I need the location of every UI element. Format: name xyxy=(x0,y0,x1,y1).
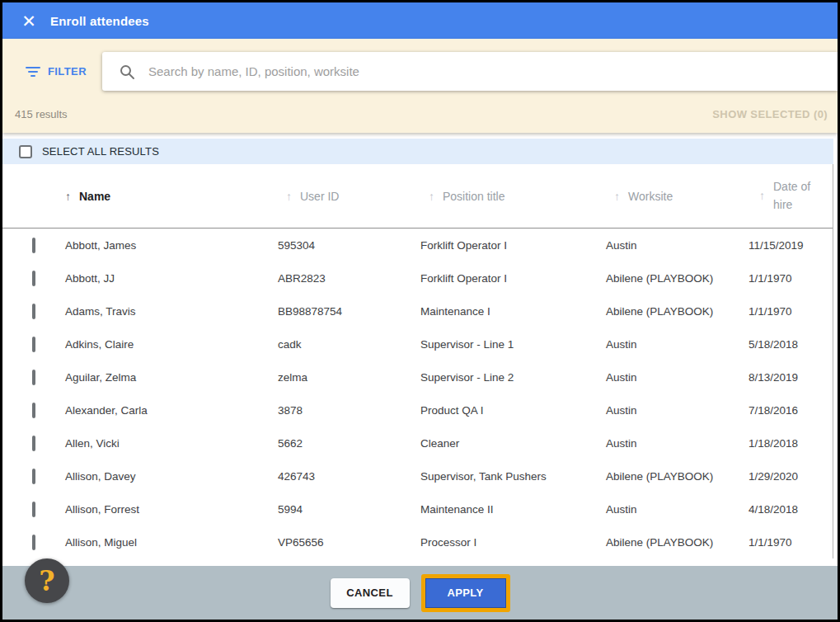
table-row[interactable]: Aguilar, Zelma zelma Supervisor - Line 2… xyxy=(2,360,833,393)
select-all-checkbox[interactable] xyxy=(19,145,32,158)
cell-name: Alexander, Carla xyxy=(65,404,278,417)
cell-user-id: VP65656 xyxy=(278,536,420,549)
cancel-button[interactable]: CANCEL xyxy=(331,578,410,608)
table-body: Abbott, James 595304 Forklift Operator I… xyxy=(2,229,833,558)
row-checkbox[interactable] xyxy=(32,469,35,484)
attendees-table: ↑ Name ↑ User ID ↑ Position title ↑ Work… xyxy=(2,164,833,558)
cell-user-id: BB98878754 xyxy=(278,305,420,318)
cell-position-title: Processor I xyxy=(420,536,606,549)
select-all-bar: SELECT ALL RESULTS xyxy=(2,139,833,164)
sort-arrow-icon: ↑ xyxy=(286,190,292,203)
cell-position-title: Maintenance I xyxy=(420,305,606,318)
cell-worksite: Abilene (PLAYBOOK) xyxy=(606,470,748,483)
close-icon[interactable]: ✕ xyxy=(20,12,38,30)
column-header-worksite[interactable]: ↑ Worksite xyxy=(606,190,748,203)
row-checkbox[interactable] xyxy=(32,271,35,286)
table-row[interactable]: Adkins, Claire cadk Supervisor - Line 1 … xyxy=(2,327,833,360)
search-input[interactable] xyxy=(148,64,838,78)
table-row[interactable]: Abbott, James 595304 Forklift Operator I… xyxy=(2,229,833,262)
cell-worksite: Austin xyxy=(606,503,748,516)
row-checkbox[interactable] xyxy=(32,337,35,352)
cell-name: Abbott, James xyxy=(65,239,278,252)
cell-user-id: ABR2823 xyxy=(278,272,420,285)
row-checkbox[interactable] xyxy=(32,436,35,451)
cell-user-id: 426743 xyxy=(278,470,420,483)
sort-arrow-icon: ↑ xyxy=(614,190,620,203)
cell-date-of-hire: 1/1/1970 xyxy=(748,305,833,318)
table-row[interactable]: Alexander, Carla 3878 Product QA I Austi… xyxy=(2,393,833,426)
filter-button[interactable]: FILTER xyxy=(26,65,102,78)
cell-name: Allen, Vicki xyxy=(65,437,278,450)
cell-date-of-hire: 11/15/2019 xyxy=(748,239,833,252)
cell-date-of-hire: 5/18/2018 xyxy=(748,338,833,351)
table-row[interactable]: Adams, Travis BB98878754 Maintenance I A… xyxy=(2,295,833,327)
cell-worksite: Austin xyxy=(606,338,748,351)
cell-worksite: Abilene (PLAYBOOK) xyxy=(606,536,748,549)
table-row[interactable]: Allen, Vicki 5662 Cleaner Austin 1/18/20… xyxy=(2,426,833,459)
cell-name: Adkins, Claire xyxy=(65,338,278,351)
cell-date-of-hire: 1/18/2018 xyxy=(748,437,833,450)
cell-worksite: Austin xyxy=(606,404,748,417)
row-checkbox[interactable] xyxy=(32,403,35,418)
cell-worksite: Austin xyxy=(606,371,748,384)
row-checkbox[interactable] xyxy=(32,502,35,517)
apply-button-highlight: APPLY xyxy=(421,574,510,612)
cell-user-id: cadk xyxy=(278,338,420,351)
row-checkbox[interactable] xyxy=(32,238,35,253)
table-row[interactable]: Allison, Forrest 5994 Maintenance II Aus… xyxy=(2,492,833,525)
cell-position-title: Supervisor - Line 1 xyxy=(420,338,606,351)
table-row[interactable]: Abbott, JJ ABR2823 Forklift Operator I A… xyxy=(2,262,833,295)
cell-name: Aguilar, Zelma xyxy=(65,371,278,384)
enroll-attendees-dialog: ✕ Enroll attendees FILTER 415 results SH… xyxy=(0,0,840,622)
cell-date-of-hire: 1/1/1970 xyxy=(748,536,833,549)
show-selected-button[interactable]: SHOW SELECTED (0) xyxy=(712,108,828,120)
table-header-row: ↑ Name ↑ User ID ↑ Position title ↑ Work… xyxy=(2,164,833,229)
dialog-title: Enroll attendees xyxy=(50,14,149,28)
cell-name: Allison, Miguel xyxy=(65,536,278,549)
help-button[interactable]: ? xyxy=(25,558,69,603)
cell-position-title: Maintenance II xyxy=(420,503,606,516)
row-checkbox[interactable] xyxy=(32,370,35,385)
table-row[interactable]: Allison, Miguel VP65656 Processor I Abil… xyxy=(2,525,833,558)
cell-date-of-hire: 7/18/2016 xyxy=(748,404,833,417)
cell-position-title: Cleaner xyxy=(420,437,606,450)
filter-section: FILTER 415 results SHOW SELECTED (0) xyxy=(2,39,838,133)
cell-user-id: 595304 xyxy=(278,239,420,252)
cell-name: Abbott, JJ xyxy=(65,272,278,285)
table-row[interactable]: Allison, Davey 426743 Supervisor, Tank P… xyxy=(2,459,833,492)
results-count: 415 results xyxy=(15,108,68,120)
column-header-date-of-hire[interactable]: ↑ Date of hire xyxy=(748,178,833,214)
cell-worksite: Abilene (PLAYBOOK) xyxy=(606,305,748,318)
cell-worksite: Abilene (PLAYBOOK) xyxy=(606,272,748,285)
cell-position-title: Supervisor - Line 2 xyxy=(420,371,606,384)
row-checkbox[interactable] xyxy=(32,304,35,319)
search-box xyxy=(102,52,838,91)
select-all-label: SELECT ALL RESULTS xyxy=(42,145,159,158)
cell-user-id: zelma xyxy=(278,371,420,384)
cell-user-id: 5662 xyxy=(278,437,420,450)
cell-name: Adams, Travis xyxy=(65,305,278,318)
sort-arrow-icon: ↑ xyxy=(65,190,71,203)
column-header-name[interactable]: ↑ Name xyxy=(65,190,278,203)
cell-position-title: Product QA I xyxy=(420,404,606,417)
cell-user-id: 3878 xyxy=(278,404,420,417)
cell-name: Allison, Davey xyxy=(65,470,278,483)
cell-date-of-hire: 4/18/2018 xyxy=(748,503,833,516)
footer-action-bar: CANCEL APPLY xyxy=(2,566,838,620)
column-header-user-id[interactable]: ↑ User ID xyxy=(278,190,420,203)
filter-icon xyxy=(26,67,40,77)
cell-date-of-hire: 1/1/1970 xyxy=(748,272,833,285)
column-header-position-title[interactable]: ↑ Position title xyxy=(420,190,606,203)
cell-date-of-hire: 1/29/2020 xyxy=(748,470,833,483)
cell-name: Allison, Forrest xyxy=(65,503,278,516)
cell-worksite: Austin xyxy=(606,437,748,450)
cell-date-of-hire: 8/13/2019 xyxy=(748,371,833,384)
cell-worksite: Austin xyxy=(606,239,748,252)
search-icon xyxy=(119,64,135,80)
row-checkbox[interactable] xyxy=(32,535,35,550)
question-mark-icon: ? xyxy=(39,565,54,597)
cell-position-title: Forklift Operator I xyxy=(420,272,606,285)
sort-arrow-icon: ↑ xyxy=(429,190,434,203)
cell-user-id: 5994 xyxy=(278,503,420,516)
apply-button[interactable]: APPLY xyxy=(425,578,506,608)
